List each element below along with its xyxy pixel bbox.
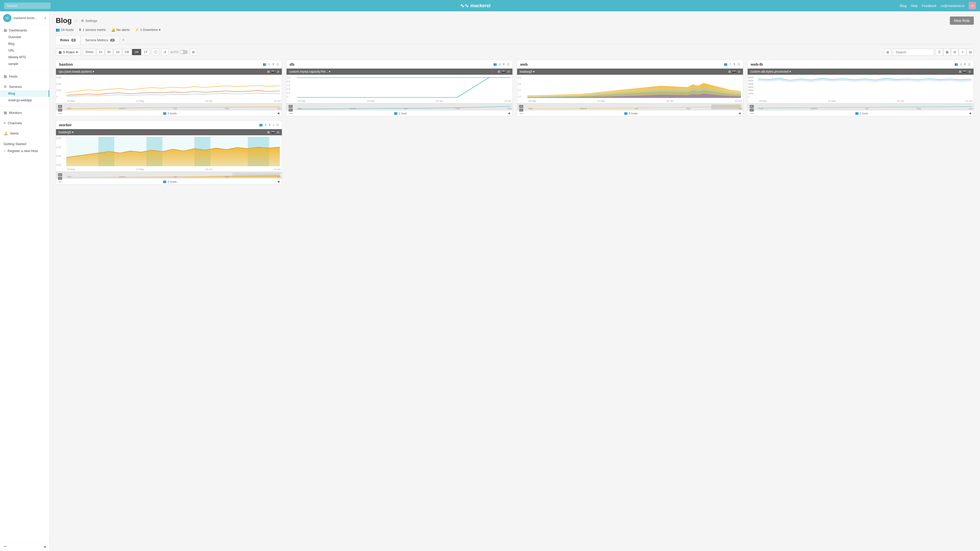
zoom-in-btn[interactable]: + [58, 105, 62, 108]
weblb-share-icon[interactable]: ⊙ [968, 70, 971, 73]
worker-row: worker 👥 4 ⬆ 1 ⊡ loadavg5 ▾ ⊞ 📷 ⊙ [56, 121, 974, 184]
top-search-input[interactable] [4, 3, 51, 9]
time-30min[interactable]: 30min [83, 49, 96, 55]
sidebar-item-hosts[interactable]: ▦ Hosts [0, 73, 49, 80]
web-zoom-in-btn[interactable]: + [519, 105, 523, 108]
small-go-webapp-label: small-go-webapp [8, 98, 32, 102]
role-name-db: db [290, 62, 294, 67]
sidebar-item-register-host[interactable]: + Register a new Host [3, 148, 46, 154]
blog-link[interactable]: Blog [900, 4, 907, 8]
bastion-more-btn[interactable]: ••• [59, 112, 62, 115]
db-camera-icon[interactable]: 📷 [502, 70, 506, 73]
expand-icon[interactable]: ⊞ [267, 70, 270, 73]
tab-service-metrics[interactable]: Service Metrics 1 [81, 36, 119, 44]
web-camera-icon[interactable]: 📷 [732, 70, 736, 73]
time-1d[interactable]: 1d [113, 49, 121, 55]
worker-zoom-out-btn[interactable]: − [58, 177, 62, 180]
web-collapse-icon[interactable]: ◀ [738, 111, 740, 115]
zoom-out-btn[interactable]: − [58, 108, 62, 111]
sidebar-section-dashboards: ▦ Dashboards Overview Blog URL Weekly MT… [0, 25, 49, 69]
bastion-collapse-icon[interactable]: ◀ [277, 111, 279, 115]
filter-icon[interactable]: ⊞ [884, 48, 891, 56]
sidebar-item-sample[interactable]: sample [0, 60, 49, 67]
refresh-button[interactable]: ↺ [161, 48, 169, 56]
time-1h[interactable]: 1h [97, 49, 105, 55]
worker-share-icon[interactable]: ⊙ [277, 130, 279, 134]
time-1m[interactable]: 1M [132, 49, 141, 55]
sidebar-collapse-icon[interactable]: ◀ [43, 545, 46, 548]
auto-switch[interactable] [180, 50, 188, 54]
sidebar-item-blog-dash[interactable]: Blog [0, 40, 49, 47]
worker-expand-icon[interactable]: ⊞ [267, 130, 270, 134]
worker-zoom-in-btn[interactable]: + [58, 173, 62, 176]
weblb-zoom-out-btn[interactable]: − [750, 108, 754, 111]
clock-button[interactable]: 🕐 [152, 48, 159, 56]
weblb-camera-icon[interactable]: 📷 [963, 70, 967, 73]
sidebar-user[interactable]: M mackerel-bizde... ▾ [0, 11, 49, 25]
worker-more-btn[interactable]: ••• [59, 180, 62, 183]
sidebar-item-monitors[interactable]: ▦ Monitors [0, 109, 49, 116]
alerts-label: No alerts [116, 28, 130, 32]
sidebar-item-small-go-webapp[interactable]: small-go-webapp [0, 97, 49, 103]
worker-metric-name: loadavg5 ▾ [59, 130, 73, 134]
auto-toggle[interactable]: AUTO [170, 50, 188, 54]
web-expand-icon[interactable]: ⊞ [728, 70, 731, 73]
view-list[interactable]: ≡ [959, 48, 966, 56]
view-grid-3[interactable]: ⊞ [951, 48, 958, 56]
search-input[interactable] [893, 49, 934, 56]
view-list-detail[interactable]: ☰ [935, 48, 943, 56]
time-6h[interactable]: 6h [105, 49, 113, 55]
new-role-button[interactable]: New Role [950, 16, 974, 25]
sidebar-section-hosts: ▦ Hosts [0, 71, 49, 81]
web-zoom-out-btn[interactable]: − [519, 108, 523, 111]
share-icon[interactable]: ⊙ [277, 70, 279, 73]
sidebar-item-channels[interactable]: ≡ Channels [0, 119, 49, 127]
weblb-collapse-icon[interactable]: ◀ [969, 111, 971, 115]
db-y-labels: 2.52.01.51.00.50 [287, 76, 290, 98]
sidebar-item-dashboards[interactable]: ▦ Dashboards [0, 27, 49, 34]
db-metric-header: custom.mysql.capacity.Per... ▾ ⊞ 📷 ⊙ [286, 68, 512, 75]
feedback-link[interactable]: Feedback [922, 4, 936, 8]
roles-count-label: 5 Roles [63, 50, 75, 54]
settings-button[interactable]: ⚙ [190, 48, 197, 56]
weblb-more-btn[interactable]: ••• [750, 112, 754, 115]
web-more-btn[interactable]: ••• [520, 112, 523, 115]
weblb-footer: ••• 👥 1 host ◀ [748, 110, 974, 116]
view-compact[interactable]: ▤ [967, 48, 974, 56]
add-tab-button[interactable]: + [120, 36, 127, 44]
sidebar-dots[interactable]: ••• [3, 545, 7, 548]
db-collapse-icon[interactable]: ◀ [508, 111, 510, 115]
sidebar-item-overview[interactable]: Overview [0, 34, 49, 40]
role-meta-web: 👥 7 ⬆ ⊡ [724, 63, 740, 66]
sidebar-item-weekly-mtg[interactable]: Weekly MTG [0, 54, 49, 60]
help-link[interactable]: Help [911, 4, 918, 8]
downtime-meta[interactable]: ⚡ 1 Downtime ▾ [135, 28, 161, 32]
sidebar-item-alerts[interactable]: 🔔 Alerts [0, 130, 49, 137]
sidebar-item-getting-started[interactable]: Getting Started [3, 140, 46, 148]
star-icon[interactable]: ☆ [74, 18, 78, 24]
toolbar: ▦ 5 Roles ▾ 30min 1h 6h 1d 1W 1M 1Y 🕐 ↺ … [56, 48, 974, 56]
downtime-label: 1 Downtime [140, 28, 158, 32]
url-label: URL [8, 49, 14, 52]
tab-roles[interactable]: Roles 5 [56, 36, 80, 44]
web-share-icon[interactable]: ⊙ [738, 70, 740, 73]
db-share-icon[interactable]: ⊙ [507, 70, 510, 73]
camera-icon[interactable]: 📷 [271, 70, 275, 73]
sidebar-item-services[interactable]: ⚙ Services [0, 83, 49, 90]
sidebar-item-url[interactable]: URL [0, 47, 49, 54]
settings-link[interactable]: ⚙ Settings [81, 19, 97, 23]
db-zoom-out-btn[interactable]: − [289, 108, 293, 111]
roles-selector[interactable]: ▦ 5 Roles ▾ [56, 49, 81, 56]
worker-collapse-icon[interactable]: ◀ [277, 180, 279, 183]
weblb-expand-icon[interactable]: ⊞ [959, 70, 961, 73]
weblb-zoom-in-btn[interactable]: + [750, 105, 754, 108]
db-expand-icon[interactable]: ⊞ [498, 70, 500, 73]
db-more-btn[interactable]: ••• [289, 112, 293, 115]
user-avatar[interactable]: cs [969, 2, 976, 9]
time-1y[interactable]: 1Y [142, 49, 150, 55]
db-zoom-in-btn[interactable]: + [289, 105, 293, 108]
sidebar-item-blog-service[interactable]: Blog [0, 90, 49, 97]
time-1w[interactable]: 1W [122, 49, 132, 55]
view-grid-2[interactable]: ▦ [943, 48, 951, 56]
worker-camera-icon[interactable]: 📷 [271, 130, 275, 134]
